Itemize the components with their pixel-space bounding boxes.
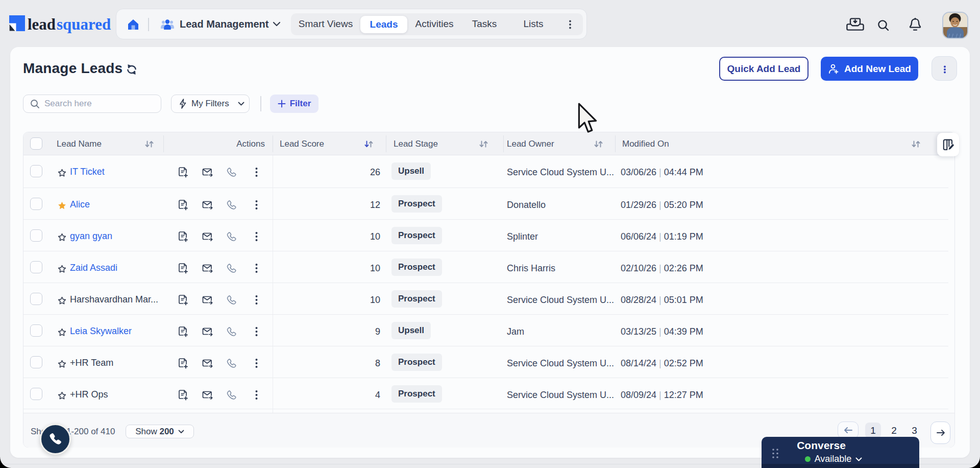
svg-text:lead: lead — [28, 15, 56, 33]
svg-text:squared: squared — [57, 15, 111, 33]
